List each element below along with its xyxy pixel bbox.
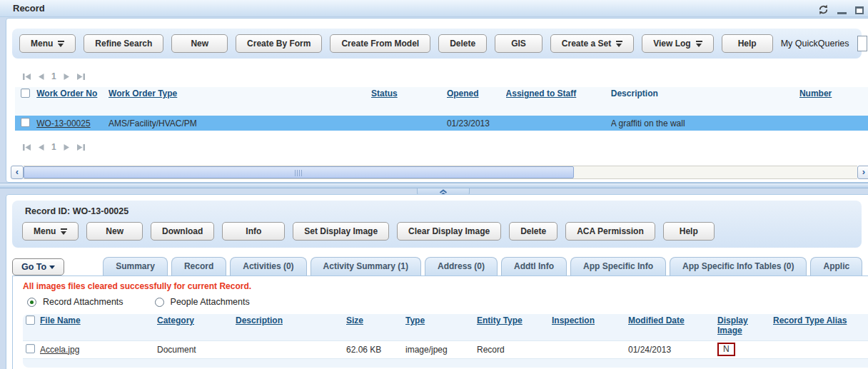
tab-activity-summary[interactable]: Activity Summary (1) bbox=[311, 257, 421, 276]
create-by-form-button[interactable]: Create By Form bbox=[236, 34, 322, 53]
file-name-link[interactable]: Accela.jpg bbox=[40, 345, 79, 355]
first-page-icon[interactable] bbox=[22, 143, 32, 151]
cell-description: A graffiti on the wall bbox=[611, 116, 799, 131]
dropdown-arrow-icon bbox=[616, 41, 622, 47]
dropdown-arrow-icon bbox=[49, 266, 55, 269]
pagination-top: 1 bbox=[22, 71, 868, 81]
info-button[interactable]: Info bbox=[222, 222, 285, 241]
cell-display-image: N bbox=[717, 340, 773, 358]
col-work-order-no[interactable]: Work Order No bbox=[36, 89, 97, 98]
last-page-icon[interactable] bbox=[76, 73, 86, 81]
col-file-name[interactable]: File Name bbox=[40, 315, 81, 325]
col-type[interactable]: Type bbox=[405, 315, 425, 325]
col-description[interactable]: Description bbox=[236, 315, 283, 325]
select-all-checkbox[interactable] bbox=[26, 315, 35, 325]
col-size[interactable]: Size bbox=[346, 315, 363, 325]
record-detail-panel: Record ID: WO-13-00025 Menu New Download… bbox=[6, 194, 868, 369]
tab-activities[interactable]: Activities (0) bbox=[230, 257, 306, 276]
work-order-no-link[interactable]: WO-13-00025 bbox=[36, 118, 90, 128]
attachments-tab-content: All images files cleared successfully fo… bbox=[12, 276, 868, 369]
window-title: Record bbox=[13, 3, 45, 14]
create-from-model-button[interactable]: Create From Model bbox=[330, 34, 430, 53]
window-titlebar: Record bbox=[0, 0, 868, 17]
tab-applicant[interactable]: Applic bbox=[810, 257, 862, 276]
row-checkbox[interactable] bbox=[26, 344, 35, 353]
prev-page-icon[interactable] bbox=[37, 73, 45, 81]
col-number[interactable]: Number bbox=[799, 89, 832, 98]
col-modified-date[interactable]: Modified Date bbox=[628, 315, 685, 325]
record-attachments-radio[interactable]: Record Attachments bbox=[27, 297, 123, 307]
work-order-table: Work Order No Work Order Type Status Ope… bbox=[15, 87, 868, 131]
col-display-image[interactable]: Display Image bbox=[717, 315, 755, 335]
maximize-icon[interactable] bbox=[855, 6, 864, 14]
display-image-flag: N bbox=[717, 343, 735, 356]
scroll-right-button[interactable]: › bbox=[857, 166, 868, 179]
help-button[interactable]: Help bbox=[663, 222, 715, 241]
attachments-table-header: File Name Category Description Size Type… bbox=[23, 314, 868, 340]
refresh-icon[interactable] bbox=[818, 4, 829, 17]
col-work-order-type[interactable]: Work Order Type bbox=[108, 89, 177, 98]
aca-permission-button[interactable]: ACA Permission bbox=[565, 222, 655, 241]
minimize-icon[interactable] bbox=[837, 12, 847, 14]
tab-address[interactable]: Address (0) bbox=[425, 257, 498, 276]
button-label: Menu bbox=[31, 39, 53, 49]
download-button[interactable]: Download bbox=[151, 222, 214, 241]
menu-button[interactable]: Menu bbox=[19, 34, 76, 53]
prev-page-icon[interactable] bbox=[37, 143, 45, 151]
scrollbar-thumb[interactable] bbox=[24, 166, 574, 178]
radio-selected-icon[interactable] bbox=[27, 298, 36, 307]
col-status[interactable]: Status bbox=[371, 89, 398, 98]
people-attachments-radio[interactable]: People Attachments bbox=[155, 297, 250, 307]
quickqueries-select[interactable] bbox=[857, 36, 867, 51]
go-to-button[interactable]: Go To bbox=[12, 258, 64, 276]
last-page-icon[interactable] bbox=[76, 143, 86, 151]
attachment-row[interactable]: Accela.jpg Document 62.06 KB image/jpeg … bbox=[23, 340, 868, 358]
attachments-table-container: File Name Category Description Size Type… bbox=[23, 314, 868, 368]
tab-app-specific-info[interactable]: App Specific Info bbox=[570, 257, 666, 276]
record-header-block: Record ID: WO-13-00025 Menu New Download… bbox=[12, 201, 862, 248]
col-inspection[interactable]: Inspection bbox=[552, 315, 595, 325]
tab-record[interactable]: Record bbox=[171, 257, 226, 276]
radio-unselected-icon[interactable] bbox=[155, 298, 164, 307]
col-opened[interactable]: Opened bbox=[447, 89, 479, 98]
create-a-set-button[interactable]: Create a Set bbox=[550, 34, 634, 53]
splitter-bar[interactable] bbox=[0, 183, 868, 188]
first-page-icon[interactable] bbox=[22, 73, 32, 81]
button-label: Go To bbox=[21, 262, 46, 272]
tab-app-specific-info-tables[interactable]: App Specific Info Tables (0) bbox=[670, 257, 807, 276]
new-button[interactable]: New bbox=[171, 34, 228, 53]
next-page-icon[interactable] bbox=[63, 73, 71, 81]
row-checkbox[interactable] bbox=[21, 118, 30, 127]
work-order-row[interactable]: WO-13-00025 AMS/Facility/HVAC/PM 01/23/2… bbox=[15, 116, 868, 131]
cell-work-order-type: AMS/Facility/HVAC/PM bbox=[108, 116, 371, 131]
col-assigned-to-staff[interactable]: Assigned to Staff bbox=[506, 89, 577, 98]
tab-summary[interactable]: Summary bbox=[103, 257, 168, 276]
clear-display-image-button[interactable]: Clear Display Image bbox=[397, 222, 501, 241]
scroll-left-button[interactable]: ‹ bbox=[11, 166, 24, 179]
cell-type: image/jpeg bbox=[405, 340, 477, 358]
radio-label: People Attachments bbox=[171, 297, 250, 307]
horizontal-scrollbar[interactable]: ‹ › bbox=[11, 166, 868, 179]
scrollbar-grip-icon bbox=[295, 170, 302, 176]
col-entity-type[interactable]: Entity Type bbox=[477, 315, 523, 325]
dropdown-arrow-icon bbox=[58, 41, 64, 47]
dropdown-arrow-icon bbox=[61, 228, 67, 235]
delete-button[interactable]: Delete bbox=[509, 222, 557, 241]
menu-button[interactable]: Menu bbox=[22, 222, 79, 241]
scrollbar-track[interactable] bbox=[24, 166, 857, 179]
view-log-button[interactable]: View Log bbox=[642, 34, 713, 53]
delete-button[interactable]: Delete bbox=[438, 34, 487, 53]
new-button[interactable]: New bbox=[86, 222, 143, 241]
col-category[interactable]: Category bbox=[157, 315, 194, 325]
help-button[interactable]: Help bbox=[722, 34, 773, 53]
set-display-image-button[interactable]: Set Display Image bbox=[293, 222, 389, 241]
cell-size: 62.06 KB bbox=[346, 340, 405, 358]
tab-addtl-info[interactable]: Addtl Info bbox=[501, 257, 567, 276]
select-all-checkbox[interactable] bbox=[21, 89, 30, 98]
col-record-type-alias[interactable]: Record Type Alias bbox=[773, 315, 847, 325]
button-label: Create a Set bbox=[562, 39, 611, 49]
refine-search-button[interactable]: Refine Search bbox=[84, 34, 163, 53]
work-order-toolbar: Menu Refine Search New Create By Form Cr… bbox=[12, 29, 862, 59]
next-page-icon[interactable] bbox=[63, 143, 71, 151]
gis-button[interactable]: GIS bbox=[495, 34, 542, 53]
